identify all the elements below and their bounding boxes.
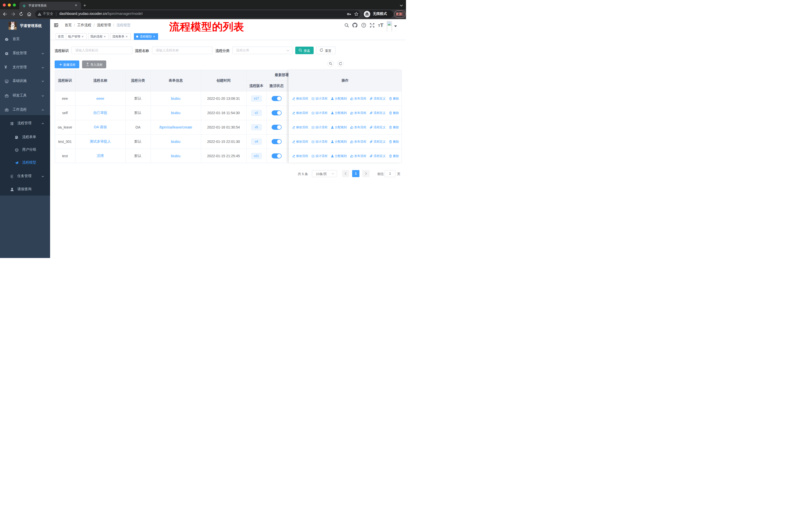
svg-text:?: ? [363,24,365,27]
